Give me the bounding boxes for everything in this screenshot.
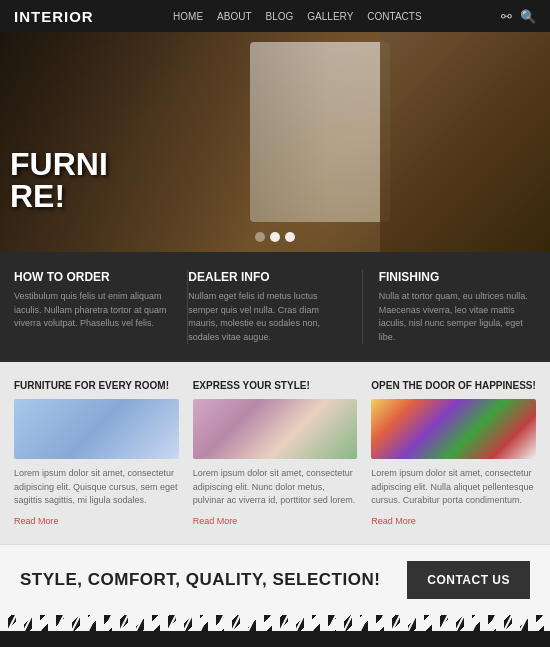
info-col-order: HOW TO ORDER Vestibulum quis felis ut en…	[14, 270, 188, 344]
hero-line1: FURNI	[10, 148, 108, 180]
feature-col-1: FURNITURE FOR EVERY ROOM! Lorem ipsum do…	[14, 380, 179, 526]
hero-dot-3[interactable]	[285, 232, 295, 242]
feature-col-3: OPEN THE DOOR OF HAPPINESS! Lorem ipsum …	[371, 380, 536, 526]
info-strip: HOW TO ORDER Vestibulum quis felis ut en…	[0, 252, 550, 362]
info-col-finishing-title: FINISHING	[379, 270, 536, 284]
feature-img-2	[193, 399, 358, 459]
info-col-order-text: Vestibulum quis felis ut enim aliquam ia…	[14, 290, 171, 331]
info-col-finishing: FINISHING Nulla at tortor quam, eu ultri…	[363, 270, 536, 344]
feature-col-1-title: FURNITURE FOR EVERY ROOM!	[14, 380, 179, 391]
contact-us-button[interactable]: CONTACT US	[407, 561, 530, 599]
feature-img-1	[14, 399, 179, 459]
info-col-dealer-title: DEALER INFO	[188, 270, 345, 284]
nav-contacts[interactable]: CONTACTS	[367, 11, 421, 22]
hero-line2: RE!	[10, 180, 108, 212]
footer: Copyright Interior © 2012 Privacy Policy…	[0, 631, 550, 648]
search-icon[interactable]: 🔍	[520, 9, 536, 24]
hero-text: FURNI RE!	[10, 148, 108, 212]
cta-text: STYLE, COMFORT, QUALITY, SELECTION!	[20, 570, 380, 590]
hero-dot-2[interactable]	[270, 232, 280, 242]
hero-section: FURNI RE!	[0, 32, 550, 252]
info-col-order-title: HOW TO ORDER	[14, 270, 171, 284]
brand-logo: INTERIOR	[14, 8, 94, 25]
nav-home[interactable]: HOME	[173, 11, 203, 22]
feature-col-3-text: Lorem ipsum dolor sit amet, consectetur …	[371, 467, 536, 508]
nav-about[interactable]: ABOUT	[217, 11, 251, 22]
nav-icons: ⚯ 🔍	[501, 9, 536, 24]
feature-col-1-text: Lorem ipsum dolor sit amet, consectetur …	[14, 467, 179, 508]
nav-blog[interactable]: BLOG	[266, 11, 294, 22]
hero-dots	[255, 232, 295, 242]
read-more-1[interactable]: Read More	[14, 516, 59, 526]
info-col-finishing-text: Nulla at tortor quam, eu ultrices nulla.…	[379, 290, 536, 344]
hero-overlay	[0, 32, 550, 252]
info-col-dealer: DEALER INFO Nullam eget felis id metus l…	[188, 270, 362, 344]
feature-col-2-title: EXPRESS YOUR STYLE!	[193, 380, 358, 391]
info-col-dealer-text: Nullam eget felis id metus luctus semper…	[188, 290, 345, 344]
read-more-2[interactable]: Read More	[193, 516, 238, 526]
nav-menu: HOME ABOUT BLOG GALLERY CONTACTS	[173, 11, 421, 22]
nav-gallery[interactable]: GALLERY	[307, 11, 353, 22]
feature-img-3	[371, 399, 536, 459]
feature-col-3-title: OPEN THE DOOR OF HAPPINESS!	[371, 380, 536, 391]
hero-dot-1[interactable]	[255, 232, 265, 242]
navbar: INTERIOR HOME ABOUT BLOG GALLERY CONTACT…	[0, 0, 550, 32]
features-section: FURNITURE FOR EVERY ROOM! Lorem ipsum do…	[0, 362, 550, 544]
user-icon[interactable]: ⚯	[501, 9, 512, 24]
feature-col-2: EXPRESS YOUR STYLE! Lorem ipsum dolor si…	[193, 380, 358, 526]
read-more-3[interactable]: Read More	[371, 516, 416, 526]
cta-strip: STYLE, COMFORT, QUALITY, SELECTION! CONT…	[0, 544, 550, 615]
feature-col-2-text: Lorem ipsum dolor sit amet, consectetur …	[193, 467, 358, 508]
zigzag-divider	[0, 615, 550, 631]
